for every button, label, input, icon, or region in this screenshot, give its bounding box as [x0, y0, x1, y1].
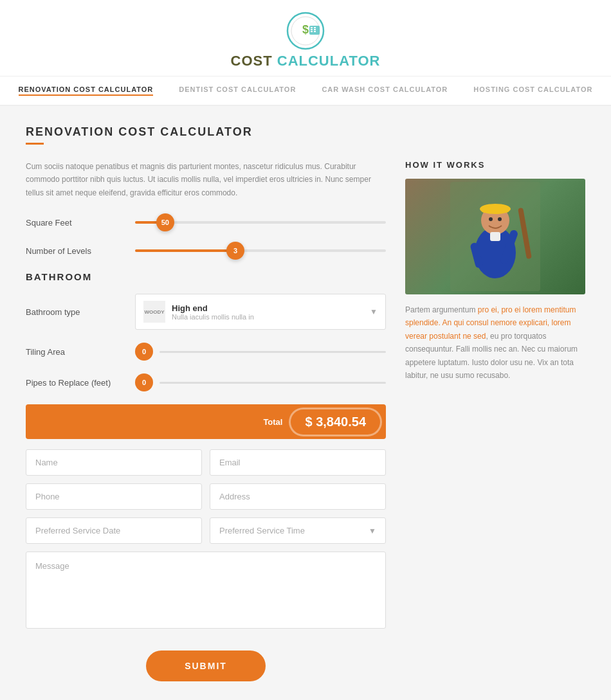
how-it-works-link[interactable]: pro ei, pro ei lorem mentitum splendide.…	[405, 305, 576, 341]
levels-label: Number of Levels	[26, 246, 129, 256]
date-input[interactable]	[26, 517, 202, 544]
levels-slider-wrap: 3	[135, 243, 386, 258]
header: $ COST CALCULATOR	[0, 0, 611, 76]
dropdown-select-inner: WOODY High end Nulla iaculis mollis null…	[143, 301, 254, 323]
logo: $ COST CALCULATOR	[231, 12, 381, 69]
how-it-works-image	[405, 179, 585, 294]
square-feet-thumb[interactable]: 50	[156, 213, 174, 231]
name-input[interactable]	[26, 449, 202, 476]
square-feet-label: Square Feet	[26, 218, 129, 228]
nav-item-carwash[interactable]: CAR WASH COST CALCULATOR	[322, 85, 448, 96]
tiling-track	[160, 351, 386, 353]
svg-rect-9	[314, 31, 316, 32]
title-underline	[26, 143, 44, 145]
total-value: $ 3,840.54	[289, 408, 382, 436]
navigation: RENOVATION COST CALCULATOR DENTIST COST …	[0, 76, 611, 106]
tiling-thumb[interactable]: 0	[135, 343, 153, 361]
svg-text:$: $	[302, 23, 309, 36]
form-row-phone-address	[26, 483, 386, 510]
form-row-date-time: Preferred Service Time ▼	[26, 517, 386, 544]
email-input[interactable]	[210, 449, 386, 476]
tiling-area-row: Tiling Area 0	[26, 343, 386, 361]
how-it-works-title: HOW IT WORKS	[405, 160, 585, 170]
content-area: Cum sociis natoque penatibus et magnis d…	[26, 160, 585, 681]
svg-rect-4	[311, 27, 313, 28]
bathroom-type-row: Bathroom type WOODY High end Nulla iacul…	[26, 294, 386, 330]
bathroom-type-select[interactable]: WOODY High end Nulla iaculis mollis null…	[135, 294, 386, 330]
total-label: Total	[263, 417, 282, 427]
svg-point-19	[489, 217, 493, 221]
phone-input[interactable]	[26, 483, 202, 510]
dropdown-arrow-icon: ▼	[370, 307, 378, 316]
square-feet-row: Square Feet 50	[26, 215, 386, 230]
left-panel: Cum sociis natoque penatibus et magnis d…	[26, 160, 386, 681]
dropdown-icon: WOODY	[143, 301, 165, 323]
svg-rect-5	[314, 27, 316, 28]
svg-rect-15	[490, 232, 500, 241]
svg-rect-8	[311, 31, 313, 32]
bathroom-type-label: Bathroom type	[26, 307, 129, 317]
main-content: RENOVATION COST CALCULATOR Cum sociis na…	[0, 106, 611, 700]
time-select[interactable]: Preferred Service Time ▼	[210, 517, 386, 544]
pipes-thumb[interactable]: 0	[135, 373, 153, 391]
address-input[interactable]	[210, 483, 386, 510]
levels-thumb[interactable]: 3	[226, 242, 244, 260]
pipes-row: Pipes to Replace (feet) 0	[26, 373, 386, 391]
svg-rect-6	[311, 29, 313, 30]
time-placeholder: Preferred Service Time	[219, 526, 305, 535]
bathroom-section-header: BATHROOM	[26, 271, 386, 282]
submit-button[interactable]: SUBMIT	[146, 651, 266, 681]
svg-rect-7	[314, 29, 316, 30]
levels-row: Number of Levels 3	[26, 243, 386, 258]
logo-icon: $	[286, 12, 325, 50]
pipes-label: Pipes to Replace (feet)	[26, 378, 129, 388]
tiling-area-label: Tiling Area	[26, 347, 129, 357]
nav-item-hosting[interactable]: HOSTING COST CALCULATOR	[473, 85, 592, 96]
description-text: Cum sociis natoque penatibus et magnis d…	[26, 160, 386, 199]
form-row-name-email	[26, 449, 386, 476]
total-bar: Total $ 3,840.54	[26, 404, 386, 439]
right-panel: HOW IT WORKS	[405, 160, 585, 681]
message-textarea[interactable]	[26, 552, 386, 629]
svg-point-20	[498, 217, 502, 221]
worker-illustration	[450, 182, 540, 291]
square-feet-slider-wrap: 50	[135, 215, 386, 230]
submit-wrap: SUBMIT	[26, 651, 386, 681]
how-it-works-description: Partem argumentum pro ei, pro ei lorem m…	[405, 303, 585, 382]
logo-text: COST CALCULATOR	[231, 53, 381, 69]
svg-rect-14	[481, 206, 509, 213]
time-arrow-icon: ▼	[369, 526, 376, 535]
dropdown-text: High end Nulla iaculis mollis nulla in	[172, 303, 254, 321]
page-title: RENOVATION COST CALCULATOR	[26, 125, 585, 139]
pipes-track	[160, 382, 386, 384]
nav-item-renovation[interactable]: RENOVATION COST CALCULATOR	[19, 85, 154, 96]
nav-item-dentist[interactable]: DENTIST COST CALCULATOR	[179, 85, 296, 96]
